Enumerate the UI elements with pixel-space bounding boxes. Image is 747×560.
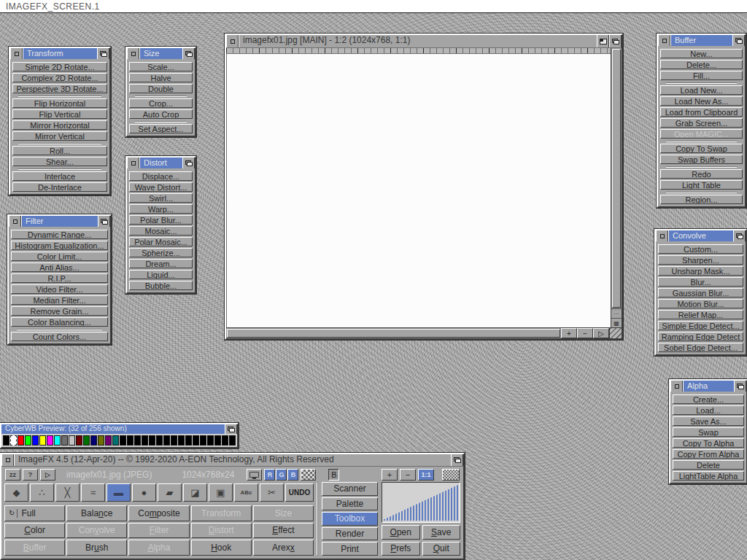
close-gadget[interactable] [656, 230, 668, 241]
close-gadget[interactable] [670, 381, 683, 392]
close-gadget[interactable] [658, 35, 670, 46]
panel-button[interactable]: Displace... [129, 171, 193, 181]
depth-gadget[interactable] [609, 35, 622, 47]
palette-swatch[interactable] [10, 435, 17, 446]
toolbox-grid-button[interactable]: ↻ Effect [253, 523, 314, 539]
panel-button[interactable]: Double [129, 84, 193, 93]
toolbox-grid-button[interactable]: ↻ Arexx [253, 540, 314, 556]
dither-pattern-button[interactable] [442, 469, 460, 481]
panel-button[interactable]: New... [660, 49, 743, 58]
panel-button[interactable]: Simple Edge Detect... [658, 321, 743, 330]
panel-button[interactable]: Relief Map... [658, 310, 743, 319]
close-gadget[interactable] [127, 48, 139, 59]
panel-button[interactable]: Blur... [658, 277, 743, 287]
panel-button[interactable]: Median Filter... [11, 295, 108, 305]
zoom-one-to-one-button[interactable]: 1:1 [418, 469, 434, 481]
image-canvas[interactable] [226, 54, 611, 327]
panel-button[interactable]: Load New As... [660, 96, 743, 106]
toolbox-grid-button[interactable]: ↻ Color [4, 523, 65, 539]
curve-tool[interactable]: ≈ [81, 483, 105, 502]
panel-button[interactable]: Motion Blur... [658, 299, 743, 308]
palette-swatch[interactable] [25, 435, 31, 446]
panel-button[interactable]: R.I.P... [11, 273, 108, 283]
depth-gadget[interactable] [732, 35, 745, 46]
resize-gadget[interactable] [609, 328, 622, 338]
panel-button[interactable]: Swap Buffers [660, 155, 743, 164]
toolbox-grid-button[interactable]: ↻ Hook [191, 540, 252, 556]
panel-button[interactable]: Count Colors... [11, 332, 108, 341]
action-button[interactable]: Quit [422, 542, 461, 556]
palette-swatch[interactable] [149, 435, 155, 446]
palette-swatch[interactable] [214, 435, 221, 446]
depth-gadget[interactable] [451, 454, 463, 466]
panel-button[interactable]: Spherize... [129, 248, 193, 257]
alpha-channel-button[interactable] [301, 469, 316, 481]
buffer-panel-titlebar[interactable]: Buffer [658, 35, 745, 46]
depth-gadget[interactable] [97, 48, 109, 59]
vertical-scroll-thumb[interactable] [612, 49, 621, 308]
depth-gadget[interactable] [182, 48, 195, 59]
panel-button[interactable]: Complex 2D Rotate... [12, 73, 107, 82]
panel-button[interactable]: Redo [660, 169, 743, 179]
panel-button[interactable]: Custom... [658, 244, 743, 254]
panel-button[interactable]: Video Filter... [11, 284, 108, 294]
page-button[interactable]: Print [322, 542, 378, 556]
freehand-tool[interactable]: ◪ [183, 483, 207, 502]
green-channel-button[interactable]: G [276, 469, 287, 481]
palette-swatch[interactable] [32, 435, 39, 446]
panel-button[interactable]: Polar Blur... [129, 215, 193, 225]
panel-button[interactable]: Shear... [12, 157, 107, 166]
palette-swatch[interactable] [105, 435, 112, 446]
palette-swatch[interactable] [18, 435, 24, 446]
panel-button[interactable]: Gaussian Blur... [658, 288, 743, 298]
page-button[interactable]: Toolbox [322, 512, 378, 526]
panel-button[interactable]: Bubble... [129, 281, 193, 290]
box-tool[interactable]: ▬ [107, 483, 131, 502]
panel-button[interactable]: Swirl... [129, 193, 193, 203]
panel-button[interactable]: Flip Horizontal [12, 98, 107, 108]
palette-swatch[interactable] [54, 435, 61, 446]
screen-titlebar[interactable]: IMAGEFX_SCREEN.1 [0, 0, 747, 13]
blue-channel-button[interactable]: B [287, 469, 298, 481]
panel-button[interactable]: Light Table [660, 180, 743, 190]
palette-swatch[interactable] [3, 435, 9, 446]
palette-swatch[interactable] [142, 435, 148, 446]
panel-button[interactable]: Perspective 3D Rotate... [12, 84, 107, 93]
close-gadget[interactable] [226, 35, 239, 47]
panel-button[interactable]: Swap [673, 427, 744, 437]
toolbox-grid-button[interactable]: ↻ Full [4, 505, 65, 521]
palette-swatch[interactable] [90, 435, 97, 446]
panel-button[interactable]: Copy To Swap [660, 144, 743, 153]
red-channel-button[interactable]: R [264, 469, 275, 481]
line-tool[interactable]: ╳ [55, 483, 80, 502]
panel-button[interactable]: Region... [660, 195, 743, 204]
palette-swatch[interactable] [171, 435, 177, 446]
panel-button[interactable]: Flip Vertical [12, 109, 107, 119]
panel-button[interactable]: Copy To Alpha [673, 438, 744, 448]
panel-button[interactable]: Remove Grain... [11, 306, 108, 316]
panel-button[interactable]: Mirror Horizontal [12, 120, 107, 130]
palette-swatch[interactable] [39, 435, 46, 446]
screen-mode-button[interactable] [247, 469, 262, 481]
panel-button[interactable]: Grab Screen... [660, 118, 743, 128]
text-tool[interactable]: ABc [234, 483, 258, 502]
panel-button[interactable]: Liquid... [129, 270, 193, 279]
depth-gadget[interactable] [734, 381, 746, 392]
panel-button[interactable]: Roll... [12, 146, 107, 155]
toolbox-grid-button[interactable]: ↻ Balance [66, 505, 127, 521]
panel-button[interactable]: Polar Mosaic... [129, 237, 193, 246]
panel-button[interactable]: Save As... [673, 416, 744, 426]
point-tool[interactable]: ◆ [4, 483, 28, 502]
palette-swatch[interactable] [229, 435, 236, 446]
palette-swatch[interactable] [112, 435, 119, 446]
palette-swatch[interactable] [98, 435, 104, 446]
zoom-in-button[interactable]: + [561, 328, 577, 338]
keyboard-gadget[interactable]: ▦ [611, 318, 622, 327]
toolbox-grid-button[interactable]: ↻ Brush [66, 540, 127, 556]
palette-swatch[interactable] [134, 435, 141, 446]
depth-gadget[interactable] [182, 158, 195, 168]
panel-button[interactable]: Unsharp Mask... [658, 266, 743, 276]
panel-button[interactable]: Delete [673, 460, 744, 470]
horizontal-scroll-thumb[interactable] [227, 329, 560, 338]
run-button[interactable]: ▷ [40, 469, 55, 481]
